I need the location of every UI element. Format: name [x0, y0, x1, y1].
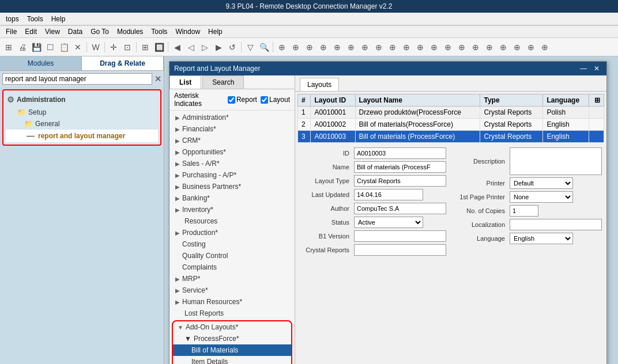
list-item-business-partners[interactable]: ▶ Business Partners*: [171, 181, 293, 192]
b1-version-input[interactable]: [354, 230, 446, 242]
toolbar-btn-more10[interactable]: ⊕: [400, 41, 413, 54]
toolbar-btn-more4[interactable]: ⊕: [317, 41, 330, 54]
toolbar-btn-more3[interactable]: ⊕: [303, 41, 316, 54]
toolbar-btn-nav-next2[interactable]: ▶: [212, 41, 225, 54]
nav-item-report-layout-manager[interactable]: — report and layout manager: [6, 130, 158, 142]
list-item-service[interactable]: ▶ Service*: [171, 285, 293, 296]
first-page-printer-select[interactable]: None: [510, 191, 573, 203]
table-row[interactable]: 2 A0010002 Bill of materials(ProcessForc…: [298, 119, 604, 131]
language-select[interactable]: English Polish: [510, 233, 573, 244]
toolbar-btn-more11[interactable]: ⊕: [414, 41, 427, 54]
toolbar-btn-9[interactable]: ⊡: [121, 41, 134, 54]
menu-tools-app[interactable]: Tools: [24, 14, 47, 24]
list-item-bill-of-materials[interactable]: Bill of Materials: [173, 344, 291, 356]
toolbar-btn-nav-prev[interactable]: ◀: [171, 41, 183, 54]
printer-select[interactable]: Default: [510, 177, 573, 189]
toolbar-btn-more19[interactable]: ⊕: [525, 41, 537, 54]
list-item-human-resources[interactable]: ▶ Human Resources*: [171, 296, 293, 308]
menu-tops[interactable]: tops: [2, 14, 22, 24]
sidebar-search-input[interactable]: [2, 73, 152, 85]
list-item-addon-layouts[interactable]: ▼ Add-On Layouts*: [173, 321, 291, 333]
menu-tools[interactable]: Tools: [148, 26, 171, 37]
toolbar-btn-more1[interactable]: ⊕: [276, 41, 288, 54]
menu-edit[interactable]: Edit: [21, 26, 40, 37]
toolbar-btn-more7[interactable]: ⊕: [359, 41, 371, 54]
list-item-quality-control[interactable]: Quality Control: [171, 250, 293, 261]
toolbar-btn-4[interactable]: ☐: [44, 41, 56, 54]
toolbar-btn-10[interactable]: ⊞: [139, 41, 152, 54]
toolbar-btn-more5[interactable]: ⊕: [331, 41, 344, 54]
toolbar-btn-nav-next[interactable]: ▷: [198, 41, 211, 54]
nav-item-general[interactable]: 📁 General: [6, 118, 158, 130]
toolbar-btn-more14[interactable]: ⊕: [455, 41, 468, 54]
report-checkbox[interactable]: [228, 96, 235, 104]
toolbar-btn-refresh[interactable]: ↺: [226, 41, 239, 54]
minimize-button[interactable]: —: [578, 65, 589, 73]
close-dialog-button[interactable]: ✕: [591, 65, 602, 73]
list-item-sales[interactable]: ▶ Sales - A/R*: [171, 158, 293, 169]
tab-search[interactable]: Search: [202, 75, 244, 89]
menu-view[interactable]: View: [42, 26, 63, 37]
toolbar-btn-more9[interactable]: ⊕: [386, 41, 399, 54]
table-row[interactable]: 3 A0010003 Bill of materials (ProcessFor…: [298, 131, 604, 143]
list-item-resources[interactable]: Resources: [171, 215, 293, 227]
list-item-lost-reports[interactable]: Lost Reports: [171, 308, 293, 319]
toolbar-btn-more6[interactable]: ⊕: [345, 41, 357, 54]
menu-data[interactable]: Data: [65, 26, 86, 37]
tab-list[interactable]: List: [169, 75, 201, 89]
menu-help-app[interactable]: Help: [48, 14, 69, 24]
menu-goto[interactable]: Go To: [87, 26, 112, 37]
list-item-costing[interactable]: Costing: [171, 238, 293, 250]
last-updated-input[interactable]: [354, 189, 423, 200]
toolbar-btn-more16[interactable]: ⊕: [483, 41, 496, 54]
list-item-administration[interactable]: ▶ Administration*: [171, 112, 293, 123]
toolbar-btn-6[interactable]: ✕: [71, 41, 84, 54]
table-row[interactable]: 1 A0010001 Drzewo produktów(ProcessForce…: [298, 107, 604, 119]
toolbar-btn-3[interactable]: 💾: [30, 41, 43, 54]
toolbar-btn-1[interactable]: ⊞: [2, 41, 15, 54]
nav-item-setup[interactable]: 📁 Setup: [6, 107, 158, 118]
tab-drag-relate[interactable]: Drag & Relate: [82, 56, 164, 70]
filter-icon[interactable]: ▽: [244, 41, 257, 54]
close-icon[interactable]: ✕: [154, 74, 161, 84]
toolbar-btn-more13[interactable]: ⊕: [442, 41, 454, 54]
toolbar-btn-nav-prev2[interactable]: ◁: [184, 41, 197, 54]
list-item-banking[interactable]: ▶ Banking*: [171, 192, 293, 204]
crystal-reports-input[interactable]: [354, 244, 446, 256]
localization-input[interactable]: [510, 219, 602, 230]
layout-type-input[interactable]: [354, 175, 446, 187]
toolbar-btn-more12[interactable]: ⊕: [428, 41, 440, 54]
name-input[interactable]: [354, 161, 446, 173]
tab-modules[interactable]: Modules: [0, 56, 82, 70]
toolbar-btn-more15[interactable]: ⊕: [469, 41, 482, 54]
toolbar-btn-more18[interactable]: ⊕: [511, 41, 523, 54]
layout-checkbox[interactable]: [261, 96, 268, 104]
toolbar-btn-more8[interactable]: ⊕: [372, 41, 385, 54]
list-item-processforce[interactable]: ▼ ProcessForce*: [173, 333, 291, 344]
list-item-production[interactable]: ▶ Production*: [171, 227, 293, 238]
list-item-opportunities[interactable]: ▶ Opportunities*: [171, 146, 293, 158]
list-item-purchasing[interactable]: ▶ Purchasing - A/P*: [171, 169, 293, 181]
list-item-item-details[interactable]: Item Details: [173, 356, 291, 364]
list-item-complaints[interactable]: Complaints: [171, 261, 293, 273]
search-icon[interactable]: 🔍: [258, 41, 270, 54]
expand-icon[interactable]: ⊞: [594, 96, 600, 104]
menu-window[interactable]: Window: [172, 26, 204, 37]
description-textarea[interactable]: [510, 147, 602, 175]
nav-administration[interactable]: ⚙ Administration: [6, 93, 158, 107]
author-input[interactable]: [354, 203, 446, 214]
toolbar-btn-more2[interactable]: ⊕: [289, 41, 302, 54]
status-select[interactable]: Active Inactive: [354, 217, 423, 228]
layouts-tab[interactable]: Layouts: [300, 78, 339, 91]
no-of-copies-input[interactable]: [510, 205, 538, 217]
toolbar-btn-more20[interactable]: ⊕: [538, 41, 551, 54]
menu-help[interactable]: Help: [205, 26, 226, 37]
list-item-crm[interactable]: ▶ CRM*: [171, 135, 293, 146]
toolbar-btn-7[interactable]: W: [89, 41, 102, 54]
menu-modules[interactable]: Modules: [114, 26, 146, 37]
id-input[interactable]: [354, 147, 446, 159]
toolbar-btn-8[interactable]: ✛: [107, 41, 120, 54]
list-item-inventory[interactable]: ▶ Inventory*: [171, 204, 293, 215]
toolbar-btn-11[interactable]: 🔲: [153, 41, 165, 54]
toolbar-btn-5[interactable]: 📋: [58, 41, 70, 54]
